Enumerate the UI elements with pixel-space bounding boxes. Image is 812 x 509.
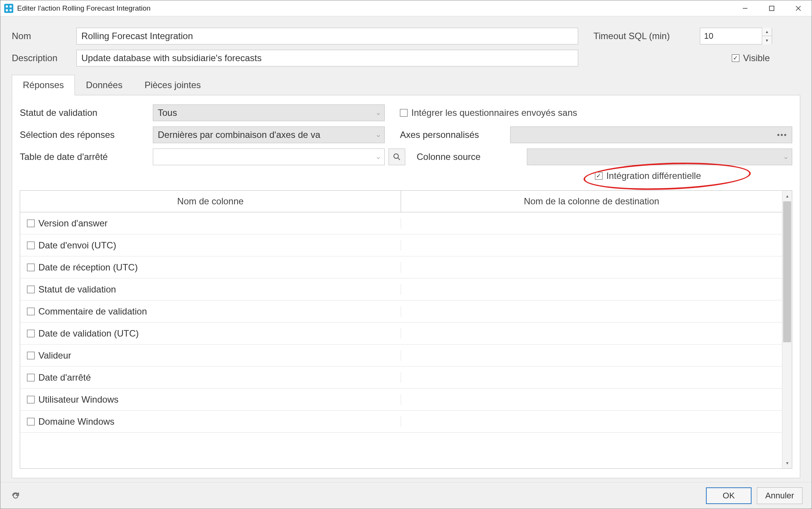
table-row[interactable]: Commentaire de validation (20, 300, 782, 322)
diff-integration-group: Intégration différentielle (595, 171, 701, 181)
row-checkbox[interactable] (27, 352, 35, 359)
description-input[interactable] (76, 50, 578, 66)
maximize-button[interactable] (758, 0, 785, 16)
table-row[interactable]: Domaine Windows (20, 411, 782, 433)
column-name-label: Date de réception (UTC) (38, 262, 138, 273)
scroll-down-icon[interactable]: ▾ (782, 458, 792, 468)
tab-responses[interactable]: Réponses (12, 75, 75, 95)
ok-button[interactable]: OK (706, 487, 752, 504)
column-name-label: Date de validation (UTC) (38, 328, 139, 339)
search-button[interactable] (389, 149, 405, 165)
scroll-thumb[interactable] (783, 201, 791, 342)
row-checkbox[interactable] (27, 396, 35, 403)
column-name-cell: Commentaire de validation (20, 306, 401, 317)
status-label: Statut de validation (20, 107, 153, 118)
column-name-cell: Date de validation (UTC) (20, 328, 401, 339)
dialog-footer: OK Annuler (0, 482, 812, 509)
ellipsis-icon[interactable]: ••• (777, 131, 787, 139)
scroll-track[interactable] (782, 201, 792, 458)
tab-data[interactable]: Données (75, 75, 133, 95)
row-checkbox[interactable] (27, 308, 35, 315)
visible-label: Visible (743, 53, 770, 63)
custom-axes-field[interactable]: ••• (510, 126, 792, 143)
svg-line-5 (398, 158, 400, 160)
table-scrollbar[interactable]: ▴ ▾ (782, 191, 792, 468)
diff-integration-checkbox[interactable] (595, 172, 603, 180)
row-checkbox[interactable] (27, 286, 35, 293)
timeout-value: 10 (700, 31, 762, 41)
row-checkbox[interactable] (27, 264, 35, 271)
closingdate-label: Table de date d'arrêté (20, 152, 153, 162)
table-row[interactable]: Date d'envoi (UTC) (20, 234, 782, 256)
window-title: Editer l'action Rolling Forecast Integra… (17, 4, 732, 13)
refresh-button[interactable] (10, 490, 22, 502)
column-name-cell: Utilisateur Windows (20, 394, 401, 405)
titlebar: Editer l'action Rolling Forecast Integra… (0, 0, 812, 16)
visible-checkbox[interactable] (732, 54, 739, 62)
row-checkbox[interactable] (27, 330, 35, 337)
name-label: Nom (12, 31, 76, 41)
tab-bar: Réponses Données Pièces jointes (12, 75, 800, 95)
column-name-label: Domaine Windows (38, 416, 114, 427)
integrate-noanswer-checkbox[interactable] (400, 109, 408, 117)
integrate-noanswer-group: Intégrer les questionnaires envoyés sans (400, 107, 792, 118)
source-col-label: Colonne source (417, 152, 527, 162)
description-row: Description Visible (12, 50, 800, 66)
column-name-cell: Valideur (20, 350, 401, 361)
row-checkbox[interactable] (27, 242, 35, 249)
spinner-up-icon[interactable]: ▲ (762, 28, 772, 36)
spinner-down-icon[interactable]: ▼ (762, 36, 772, 44)
column-name-label: Version d'answer (38, 218, 108, 229)
tab-content-responses: Statut de validation Tous Intégrer les q… (12, 95, 800, 478)
column-name-label: Statut de validation (38, 284, 116, 295)
close-button[interactable] (785, 0, 812, 16)
table-row[interactable]: Version d'answer (20, 212, 782, 234)
table-header-destname: Nom de la colonne de destination (401, 191, 782, 212)
table-header: Nom de colonne Nom de la colonne de dest… (20, 191, 782, 212)
scroll-up-icon[interactable]: ▴ (782, 191, 792, 201)
name-input[interactable] (76, 28, 578, 44)
timeout-spinner: ▲ ▼ (762, 28, 772, 44)
row-checkbox[interactable] (27, 220, 35, 227)
column-name-label: Valideur (38, 350, 71, 361)
table-row[interactable]: Date de validation (UTC) (20, 322, 782, 345)
filter-row-selection: Sélection des réponses Dernières par com… (20, 126, 792, 143)
window-controls (732, 0, 812, 16)
tab-attachments[interactable]: Pièces jointes (133, 75, 212, 95)
table-row[interactable]: Utilisateur Windows (20, 389, 782, 411)
table-body: Version d'answerDate d'envoi (UTC)Date d… (20, 212, 782, 468)
table-row[interactable]: Date de réception (UTC) (20, 256, 782, 278)
timeout-input[interactable]: 10 ▲ ▼ (700, 28, 772, 44)
diff-integration-label: Intégration différentielle (606, 171, 701, 181)
closingdate-combo[interactable] (153, 149, 385, 165)
selection-combo[interactable]: Dernières par combinaison d'axes de va (153, 126, 385, 143)
table-row[interactable]: Statut de validation (20, 278, 782, 300)
dialog-content: Nom Timeout SQL (min) 10 ▲ ▼ Description… (0, 16, 812, 482)
selection-label: Sélection des réponses (20, 130, 153, 140)
row-checkbox[interactable] (27, 418, 35, 425)
table-header-colname: Nom de colonne (20, 191, 401, 212)
column-name-cell: Domaine Windows (20, 416, 401, 427)
timeout-label: Timeout SQL (min) (593, 31, 700, 41)
selection-value: Dernières par combinaison d'axes de va (158, 130, 374, 140)
column-name-label: Commentaire de validation (38, 306, 147, 317)
column-name-cell: Version d'answer (20, 218, 401, 229)
cancel-button[interactable]: Annuler (757, 487, 802, 504)
column-name-label: Date d'arrêté (38, 372, 91, 383)
table-main: Nom de colonne Nom de la colonne de dest… (20, 191, 782, 468)
status-combo[interactable]: Tous (153, 104, 385, 121)
status-value: Tous (158, 107, 374, 118)
table-row[interactable]: Valideur (20, 345, 782, 367)
filter-row-status: Statut de validation Tous Intégrer les q… (20, 104, 792, 121)
app-icon (4, 4, 13, 13)
row-checkbox[interactable] (27, 374, 35, 381)
source-col-combo[interactable] (527, 149, 792, 165)
custom-axes-label: Axes personnalisés (400, 130, 510, 140)
name-row: Nom Timeout SQL (min) 10 ▲ ▼ (12, 28, 800, 44)
columns-table: Nom de colonne Nom de la colonne de dest… (20, 190, 792, 469)
table-row[interactable]: Date d'arrêté (20, 367, 782, 389)
minimize-button[interactable] (732, 0, 758, 16)
filter-row-closingdate: Table de date d'arrêté Colonne source (20, 149, 792, 165)
svg-point-4 (394, 154, 398, 158)
column-name-label: Utilisateur Windows (38, 394, 119, 405)
